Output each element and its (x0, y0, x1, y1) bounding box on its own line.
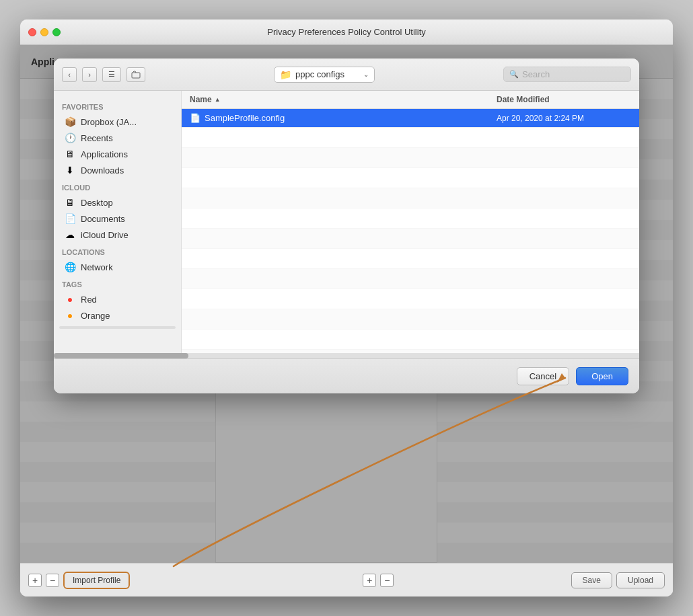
svg-rect-0 (132, 73, 140, 78)
scrollbar-thumb[interactable] (54, 353, 188, 358)
sidebar-item-orange-tag[interactable]: ● Orange (57, 307, 178, 323)
folder-selector[interactable]: 📁 pppc configs ⌄ (274, 67, 375, 83)
recents-icon: 🕐 (65, 132, 75, 143)
add2-button[interactable]: + (363, 574, 376, 587)
file-dialog-sidebar: Favorites 📦 Dropbox (JA... 🕐 Recents 🖥 (54, 91, 182, 353)
empty-row (182, 309, 639, 330)
applications-icon: 🖥 (65, 149, 75, 159)
downloads-icon: ⬇ (65, 165, 75, 176)
icloud-icon: ☁ (65, 229, 75, 240)
traffic-lights (28, 28, 61, 36)
sidebar-item-icloud-drive[interactable]: ☁ iCloud Drive (57, 227, 178, 243)
new-folder-icon (131, 70, 141, 79)
sidebar-item-documents-label: Documents (81, 214, 125, 224)
dialog-footer: Cancel Open (54, 358, 639, 393)
file-config-icon: 📄 (190, 113, 200, 123)
dropbox-icon: 📦 (65, 116, 75, 127)
empty-row (182, 229, 639, 249)
back-button[interactable]: ‹ (62, 67, 77, 82)
left-toolbar-group: + − Import Profile + − (28, 572, 394, 589)
sidebar-item-icloud-label: iCloud Drive (81, 230, 129, 240)
empty-row (182, 128, 639, 148)
file-date: Apr 20, 2020 at 2:24 PM (497, 114, 631, 123)
sidebar-item-recents-label: Recents (81, 133, 113, 143)
tags-section-label: Tags (54, 275, 181, 291)
desktop-icon: 🖥 (65, 197, 75, 208)
file-row-selected[interactable]: 📄 SampleProfile.config Apr 20, 2020 at 2… (182, 109, 639, 128)
search-icon: 🔍 (509, 70, 519, 79)
folder-icon: 📁 (280, 69, 291, 80)
documents-icon: 📄 (65, 213, 75, 224)
sidebar-item-documents[interactable]: 📄 Documents (57, 210, 178, 227)
empty-row (182, 269, 639, 289)
empty-row (182, 289, 639, 309)
import-profile-button[interactable]: Import Profile (63, 572, 130, 589)
add-button[interactable]: + (28, 574, 42, 587)
window-title: Privacy Preferences Policy Control Utili… (267, 27, 426, 37)
sidebar-item-dropbox[interactable]: 📦 Dropbox (JA... (57, 114, 178, 130)
app-background: Applic... (20, 45, 673, 596)
dialog-toolbar: ‹ › ☰ 📁 pppc configs (54, 59, 639, 91)
sidebar-item-red-tag[interactable]: ● Red (57, 291, 178, 307)
remove-button[interactable]: − (46, 574, 59, 587)
search-placeholder-text: Search (522, 69, 550, 79)
sort-icon: ▲ (215, 96, 221, 103)
search-box[interactable]: 🔍 Search (503, 67, 631, 82)
favorites-section-label: Favorites (54, 98, 181, 114)
red-tag-icon: ● (65, 294, 75, 305)
horizontal-scrollbar[interactable] (54, 353, 639, 358)
sidebar-item-network[interactable]: 🌐 Network (57, 259, 178, 275)
folder-name: pppc configs (295, 69, 359, 79)
empty-row (182, 330, 639, 350)
sidebar-item-downloads-label: Downloads (81, 165, 124, 176)
upload-button[interactable]: Upload (616, 572, 665, 588)
sidebar-item-recents[interactable]: 🕐 Recents (57, 130, 178, 146)
sidebar-item-network-label: Network (81, 262, 113, 272)
locations-section-label: Locations (54, 243, 181, 259)
main-content: Applic... (20, 45, 673, 596)
bottom-toolbar: + − Import Profile + − Save Upload (20, 563, 673, 596)
new-folder-button[interactable] (126, 67, 145, 82)
file-list-header: Name ▲ Date Modified (182, 91, 639, 109)
chevron-down-icon: ⌄ (363, 71, 369, 78)
save-button[interactable]: Save (571, 572, 612, 588)
sidebar-item-desktop-label: Desktop (81, 198, 113, 208)
empty-row (182, 148, 639, 168)
sidebar-item-downloads[interactable]: ⬇ Downloads (57, 162, 178, 178)
empty-row (182, 188, 639, 208)
empty-row (182, 208, 639, 229)
sidebar-item-dropbox-label: Dropbox (JA... (81, 117, 137, 127)
minimize-button[interactable] (40, 28, 48, 36)
empty-row (182, 168, 639, 188)
cancel-button[interactable]: Cancel (517, 367, 569, 385)
right-toolbar-group: Save Upload (571, 572, 665, 588)
sidebar-item-desktop[interactable]: 🖥 Desktop (57, 194, 178, 210)
date-column-header[interactable]: Date Modified (497, 95, 631, 104)
view-options-button[interactable]: ☰ (102, 67, 121, 82)
file-list-area: Name ▲ Date Modified 📄 SampleProfile.con… (182, 91, 639, 353)
sidebar-scrollbar[interactable] (59, 326, 176, 329)
remove2-button[interactable]: − (380, 574, 394, 587)
file-dialog: ‹ › ☰ 📁 pppc configs (54, 59, 639, 393)
close-button[interactable] (28, 28, 36, 36)
dialog-body: Favorites 📦 Dropbox (JA... 🕐 Recents 🖥 (54, 91, 639, 353)
sidebar-item-applications-label: Applications (81, 149, 128, 159)
file-dialog-overlay: ‹ › ☰ 📁 pppc configs (20, 45, 673, 563)
network-icon: 🌐 (65, 262, 75, 272)
title-bar: Privacy Preferences Policy Control Utili… (20, 20, 673, 45)
name-column-header[interactable]: Name ▲ (190, 95, 497, 104)
main-window: Privacy Preferences Policy Control Utili… (20, 20, 673, 596)
orange-tag-icon: ● (65, 310, 75, 321)
open-button[interactable]: Open (576, 367, 628, 385)
red-tag-label: Red (81, 295, 97, 305)
forward-button[interactable]: › (82, 67, 97, 82)
orange-tag-label: Orange (81, 311, 110, 321)
icloud-section-label: iCloud (54, 178, 181, 194)
file-name: SampleProfile.config (205, 113, 497, 123)
maximize-button[interactable] (52, 28, 61, 36)
empty-row (182, 249, 639, 269)
sidebar-item-applications[interactable]: 🖥 Applications (57, 146, 178, 162)
